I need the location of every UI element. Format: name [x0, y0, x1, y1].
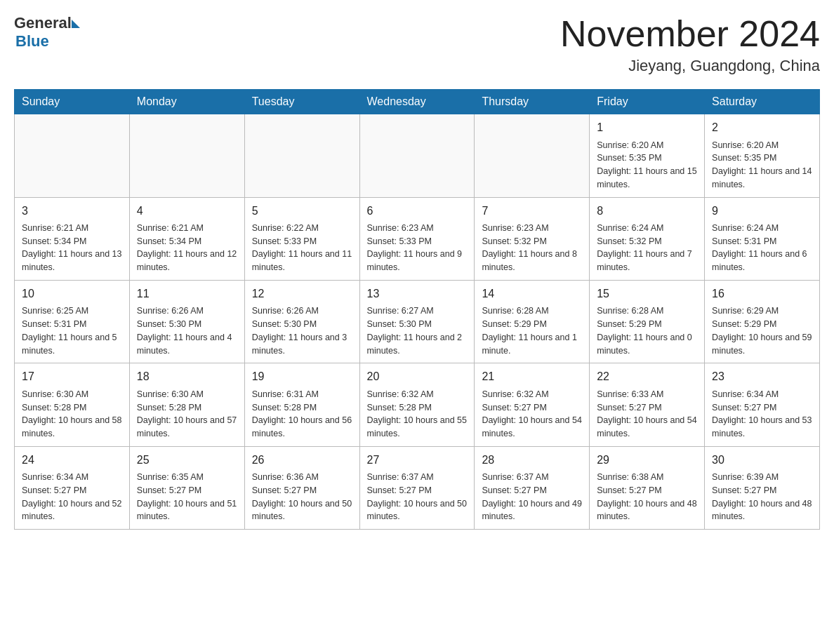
day-number: 26 — [252, 452, 352, 468]
day-number: 12 — [252, 286, 352, 302]
day-info: Sunrise: 6:27 AM Sunset: 5:30 PM Dayligh… — [367, 304, 468, 357]
day-info: Sunrise: 6:23 AM Sunset: 5:33 PM Dayligh… — [367, 222, 468, 274]
day-info: Sunrise: 6:30 AM Sunset: 5:28 PM Dayligh… — [22, 388, 122, 441]
day-info: Sunrise: 6:23 AM Sunset: 5:32 PM Dayligh… — [482, 222, 582, 274]
day-number: 17 — [22, 369, 122, 384]
day-number: 8 — [597, 203, 697, 219]
day-number: 29 — [597, 452, 697, 468]
day-info: Sunrise: 6:20 AM Sunset: 5:35 PM Dayligh… — [597, 139, 697, 192]
calendar-cell: 16Sunrise: 6:29 AM Sunset: 5:29 PM Dayli… — [705, 280, 820, 363]
day-number: 25 — [137, 452, 237, 468]
calendar-cell: 21Sunrise: 6:32 AM Sunset: 5:27 PM Dayli… — [475, 363, 590, 446]
day-number: 28 — [482, 452, 582, 468]
calendar-cell: 13Sunrise: 6:27 AM Sunset: 5:30 PM Dayli… — [359, 280, 475, 363]
day-info: Sunrise: 6:20 AM Sunset: 5:35 PM Dayligh… — [712, 139, 812, 192]
calendar-cell: 27Sunrise: 6:37 AM Sunset: 5:27 PM Dayli… — [359, 446, 475, 529]
calendar-week-3: 10Sunrise: 6:25 AM Sunset: 5:31 PM Dayli… — [15, 280, 820, 363]
calendar-body: 1Sunrise: 6:20 AM Sunset: 5:35 PM Daylig… — [15, 114, 820, 530]
calendar-cell: 12Sunrise: 6:26 AM Sunset: 5:30 PM Dayli… — [244, 280, 359, 363]
calendar-cell: 29Sunrise: 6:38 AM Sunset: 5:27 PM Dayli… — [590, 446, 705, 529]
day-number: 7 — [482, 203, 582, 219]
calendar-cell — [129, 114, 244, 197]
calendar-cell: 28Sunrise: 6:37 AM Sunset: 5:27 PM Dayli… — [475, 446, 590, 529]
day-info: Sunrise: 6:28 AM Sunset: 5:29 PM Dayligh… — [482, 304, 582, 357]
calendar-cell: 6Sunrise: 6:23 AM Sunset: 5:33 PM Daylig… — [359, 197, 475, 280]
calendar-cell: 14Sunrise: 6:28 AM Sunset: 5:29 PM Dayli… — [475, 280, 590, 363]
weekday-header-tuesday: Tuesday — [244, 90, 359, 114]
calendar-cell: 25Sunrise: 6:35 AM Sunset: 5:27 PM Dayli… — [129, 446, 244, 529]
weekday-header-sunday: Sunday — [15, 90, 130, 114]
location-subtitle: Jieyang, Guangdong, China — [560, 57, 820, 75]
calendar-table: SundayMondayTuesdayWednesdayThursdayFrid… — [14, 89, 820, 530]
logo-general-text: General — [14, 14, 72, 32]
calendar-cell: 1Sunrise: 6:20 AM Sunset: 5:35 PM Daylig… — [590, 114, 705, 197]
day-number: 9 — [712, 203, 812, 219]
day-number: 13 — [367, 286, 468, 302]
day-number: 27 — [367, 452, 468, 468]
day-number: 4 — [137, 203, 237, 219]
month-year-title: November 2024 — [560, 14, 820, 54]
weekday-header-monday: Monday — [129, 90, 244, 114]
calendar-week-5: 24Sunrise: 6:34 AM Sunset: 5:27 PM Dayli… — [15, 446, 820, 529]
day-number: 19 — [252, 369, 352, 384]
weekday-header-row: SundayMondayTuesdayWednesdayThursdayFrid… — [15, 90, 820, 114]
weekday-header-saturday: Saturday — [705, 90, 820, 114]
day-info: Sunrise: 6:29 AM Sunset: 5:29 PM Dayligh… — [712, 304, 812, 357]
calendar-cell: 26Sunrise: 6:36 AM Sunset: 5:27 PM Dayli… — [244, 446, 359, 529]
day-number: 22 — [597, 369, 697, 384]
day-info: Sunrise: 6:22 AM Sunset: 5:33 PM Dayligh… — [252, 222, 352, 274]
calendar-cell: 24Sunrise: 6:34 AM Sunset: 5:27 PM Dayli… — [15, 446, 130, 529]
calendar-cell: 4Sunrise: 6:21 AM Sunset: 5:34 PM Daylig… — [129, 197, 244, 280]
calendar-cell: 17Sunrise: 6:30 AM Sunset: 5:28 PM Dayli… — [15, 363, 130, 446]
weekday-header-thursday: Thursday — [475, 90, 590, 114]
day-info: Sunrise: 6:24 AM Sunset: 5:31 PM Dayligh… — [712, 222, 812, 274]
day-info: Sunrise: 6:26 AM Sunset: 5:30 PM Dayligh… — [252, 304, 352, 357]
day-info: Sunrise: 6:34 AM Sunset: 5:27 PM Dayligh… — [712, 388, 812, 441]
weekday-header-wednesday: Wednesday — [359, 90, 475, 114]
calendar-cell: 5Sunrise: 6:22 AM Sunset: 5:33 PM Daylig… — [244, 197, 359, 280]
day-number: 14 — [482, 286, 582, 302]
day-info: Sunrise: 6:26 AM Sunset: 5:30 PM Dayligh… — [137, 304, 237, 357]
day-info: Sunrise: 6:30 AM Sunset: 5:28 PM Dayligh… — [137, 388, 237, 441]
calendar-cell: 7Sunrise: 6:23 AM Sunset: 5:32 PM Daylig… — [475, 197, 590, 280]
day-number: 2 — [712, 120, 812, 135]
day-info: Sunrise: 6:35 AM Sunset: 5:27 PM Dayligh… — [137, 471, 237, 523]
logo-arrow-icon — [72, 20, 80, 28]
weekday-header-friday: Friday — [590, 90, 705, 114]
calendar-cell: 23Sunrise: 6:34 AM Sunset: 5:27 PM Dayli… — [705, 363, 820, 446]
day-info: Sunrise: 6:31 AM Sunset: 5:28 PM Dayligh… — [252, 388, 352, 441]
day-number: 1 — [597, 120, 697, 135]
day-number: 3 — [22, 203, 122, 219]
calendar-cell — [475, 114, 590, 197]
day-info: Sunrise: 6:39 AM Sunset: 5:27 PM Dayligh… — [712, 471, 812, 523]
calendar-cell: 19Sunrise: 6:31 AM Sunset: 5:28 PM Dayli… — [244, 363, 359, 446]
day-number: 6 — [367, 203, 468, 219]
day-info: Sunrise: 6:33 AM Sunset: 5:27 PM Dayligh… — [597, 388, 697, 441]
day-number: 16 — [712, 286, 812, 302]
calendar-cell — [244, 114, 359, 197]
day-number: 20 — [367, 369, 468, 384]
calendar-cell: 3Sunrise: 6:21 AM Sunset: 5:34 PM Daylig… — [15, 197, 130, 280]
day-info: Sunrise: 6:38 AM Sunset: 5:27 PM Dayligh… — [597, 471, 697, 523]
day-info: Sunrise: 6:21 AM Sunset: 5:34 PM Dayligh… — [22, 222, 122, 274]
day-number: 5 — [252, 203, 352, 219]
calendar-header: SundayMondayTuesdayWednesdayThursdayFrid… — [15, 90, 820, 114]
day-info: Sunrise: 6:21 AM Sunset: 5:34 PM Dayligh… — [137, 222, 237, 274]
calendar-cell: 18Sunrise: 6:30 AM Sunset: 5:28 PM Dayli… — [129, 363, 244, 446]
calendar-title-section: November 2024 Jieyang, Guangdong, China — [560, 14, 820, 75]
calendar-cell: 8Sunrise: 6:24 AM Sunset: 5:32 PM Daylig… — [590, 197, 705, 280]
day-info: Sunrise: 6:24 AM Sunset: 5:32 PM Dayligh… — [597, 222, 697, 274]
logo-blue-text: Blue — [15, 32, 80, 51]
day-number: 15 — [597, 286, 697, 302]
calendar-cell — [15, 114, 130, 197]
day-info: Sunrise: 6:32 AM Sunset: 5:27 PM Dayligh… — [482, 388, 582, 441]
day-number: 21 — [482, 369, 582, 384]
calendar-cell — [359, 114, 475, 197]
day-number: 11 — [137, 286, 237, 302]
page-header: General Blue November 2024 Jieyang, Guan… — [14, 14, 820, 75]
calendar-week-4: 17Sunrise: 6:30 AM Sunset: 5:28 PM Dayli… — [15, 363, 820, 446]
day-info: Sunrise: 6:32 AM Sunset: 5:28 PM Dayligh… — [367, 388, 468, 441]
day-info: Sunrise: 6:37 AM Sunset: 5:27 PM Dayligh… — [367, 471, 468, 523]
calendar-cell: 10Sunrise: 6:25 AM Sunset: 5:31 PM Dayli… — [15, 280, 130, 363]
day-info: Sunrise: 6:36 AM Sunset: 5:27 PM Dayligh… — [252, 471, 352, 523]
